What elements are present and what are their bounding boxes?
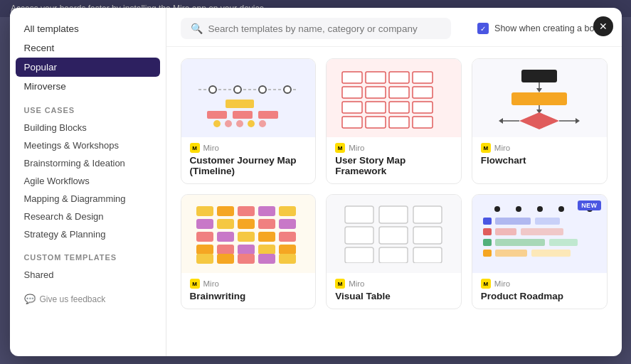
- svg-rect-72: [345, 247, 373, 263]
- template-author-visual-table: M Miro: [335, 279, 452, 289]
- template-thumb-visual-table: [327, 195, 461, 273]
- svg-rect-64: [258, 254, 275, 264]
- miro-logo-usm: M: [335, 143, 345, 153]
- svg-rect-15: [366, 72, 386, 83]
- search-box[interactable]: 🔍: [181, 18, 451, 39]
- main-content: 🔍 ✓ Show when creating a board: [166, 8, 622, 356]
- svg-rect-57: [217, 245, 234, 255]
- svg-point-77: [537, 206, 543, 212]
- modal-overlay: ✕ All templates Recent Popular Miroverse…: [0, 0, 631, 364]
- template-card-usm[interactable]: M Miro User Story Map Framework: [326, 58, 462, 184]
- sidebar-item-shared[interactable]: Shared: [10, 266, 166, 284]
- template-author-flowchart: M Miro: [481, 143, 598, 153]
- sidebar-item-building-blocks[interactable]: Building Blocks: [10, 119, 166, 136]
- svg-rect-60: [279, 245, 296, 255]
- sidebar: All templates Recent Popular Miroverse U…: [10, 8, 166, 356]
- nav-recent[interactable]: Recent: [10, 38, 166, 58]
- sidebar-item-agile[interactable]: Agile Workflows: [10, 172, 166, 190]
- sidebar-item-brainstorming[interactable]: Brainstorming & Ideation: [10, 154, 166, 172]
- svg-rect-74: [413, 247, 442, 263]
- svg-rect-42: [217, 206, 234, 216]
- search-bar-row: 🔍 ✓ Show when creating a board: [166, 8, 622, 47]
- svg-point-9: [213, 120, 221, 127]
- sidebar-item-mapping[interactable]: Mapping & Diagramming: [10, 190, 166, 208]
- feedback-item[interactable]: 💬 Give us feedback: [10, 287, 166, 311]
- svg-rect-81: [495, 218, 531, 225]
- svg-point-11: [236, 120, 243, 127]
- templates-grid-wrapper: M Miro Customer Journey Map (Timeline): [166, 47, 622, 356]
- nav-all-templates[interactable]: All templates: [10, 19, 166, 38]
- template-name-brainwriting: Brainwriting: [190, 291, 307, 301]
- template-card-cjm[interactable]: M Miro Customer Journey Map (Timeline): [181, 58, 317, 184]
- custom-templates-section-label: CUSTOM TEMPLATES: [10, 243, 166, 266]
- feedback-icon: 💬: [24, 294, 36, 304]
- svg-rect-28: [389, 117, 409, 128]
- template-info-brainwriting: M Miro Brainwriting: [181, 273, 316, 309]
- svg-rect-41: [196, 206, 213, 216]
- svg-rect-25: [413, 102, 433, 113]
- modal-body: All templates Recent Popular Miroverse U…: [10, 8, 622, 356]
- template-author-usm: M Miro: [335, 143, 452, 153]
- modal: ✕ All templates Recent Popular Miroverse…: [10, 8, 622, 356]
- svg-rect-67: [379, 206, 408, 223]
- nav-popular[interactable]: Popular: [16, 58, 160, 77]
- author-name-product-roadmap: Miro: [494, 279, 510, 288]
- miro-logo-flowchart: M: [481, 143, 491, 153]
- svg-rect-7: [233, 111, 253, 119]
- template-thumb-usm: [327, 59, 461, 137]
- svg-rect-21: [413, 87, 433, 98]
- template-card-visual-table[interactable]: M Miro Visual Table: [326, 194, 462, 309]
- svg-rect-66: [345, 206, 373, 223]
- new-badge: NEW: [578, 200, 600, 210]
- svg-rect-90: [495, 250, 527, 257]
- svg-rect-80: [483, 218, 492, 225]
- template-name-visual-table: Visual Table: [335, 291, 452, 301]
- svg-rect-43: [238, 206, 255, 216]
- template-info-cjm: M Miro Customer Journey Map (Timeline): [181, 137, 316, 183]
- feedback-label: Give us feedback: [40, 294, 106, 304]
- template-info-usm: M Miro User Story Map Framework: [327, 137, 461, 183]
- svg-rect-14: [342, 72, 362, 83]
- template-card-brainwriting[interactable]: M Miro Brainwriting: [181, 194, 317, 309]
- svg-rect-22: [342, 102, 362, 113]
- svg-rect-58: [238, 245, 255, 255]
- svg-point-10: [225, 120, 232, 127]
- svg-rect-6: [207, 111, 227, 119]
- templates-grid: M Miro Customer Journey Map (Timeline): [181, 58, 608, 309]
- svg-point-13: [259, 120, 266, 127]
- svg-rect-19: [366, 87, 386, 98]
- show-creating-checkbox[interactable]: ✓: [477, 23, 489, 34]
- svg-point-12: [248, 120, 255, 127]
- svg-point-3: [259, 86, 266, 93]
- search-icon: 🔍: [191, 23, 203, 34]
- svg-rect-55: [279, 232, 296, 242]
- svg-rect-18: [342, 87, 362, 98]
- search-input[interactable]: [208, 23, 441, 34]
- sidebar-item-meetings[interactable]: Meetings & Workshops: [10, 136, 166, 154]
- svg-rect-16: [389, 72, 409, 83]
- template-author-cjm: M Miro: [190, 143, 307, 153]
- show-creating-label: Show when creating a board: [494, 23, 607, 33]
- svg-point-2: [234, 86, 241, 93]
- author-name-cjm: Miro: [203, 144, 219, 152]
- template-card-flowchart[interactable]: M Miro Flowchart: [472, 58, 608, 184]
- template-card-product-roadmap[interactable]: NEW: [472, 194, 608, 309]
- svg-rect-69: [345, 227, 373, 244]
- svg-marker-40: [499, 118, 503, 124]
- author-name-visual-table: Miro: [349, 279, 364, 288]
- svg-rect-49: [258, 219, 275, 229]
- miro-logo-cjm: M: [190, 143, 200, 153]
- close-button[interactable]: ✕: [593, 16, 613, 36]
- svg-point-1: [209, 86, 216, 93]
- svg-rect-56: [196, 245, 213, 255]
- svg-rect-53: [238, 232, 255, 242]
- svg-point-4: [284, 86, 291, 93]
- svg-rect-44: [258, 206, 275, 216]
- nav-miroverse[interactable]: Miroverse: [10, 77, 166, 96]
- sidebar-item-research[interactable]: Research & Design: [10, 208, 166, 225]
- sidebar-item-strategy[interactable]: Strategy & Planning: [10, 225, 166, 243]
- template-name-cjm: Customer Journey Map (Timeline): [190, 155, 307, 176]
- svg-rect-86: [483, 239, 492, 246]
- miro-logo-brainwriting: M: [190, 279, 200, 289]
- template-name-product-roadmap: Product Roadmap: [481, 291, 598, 301]
